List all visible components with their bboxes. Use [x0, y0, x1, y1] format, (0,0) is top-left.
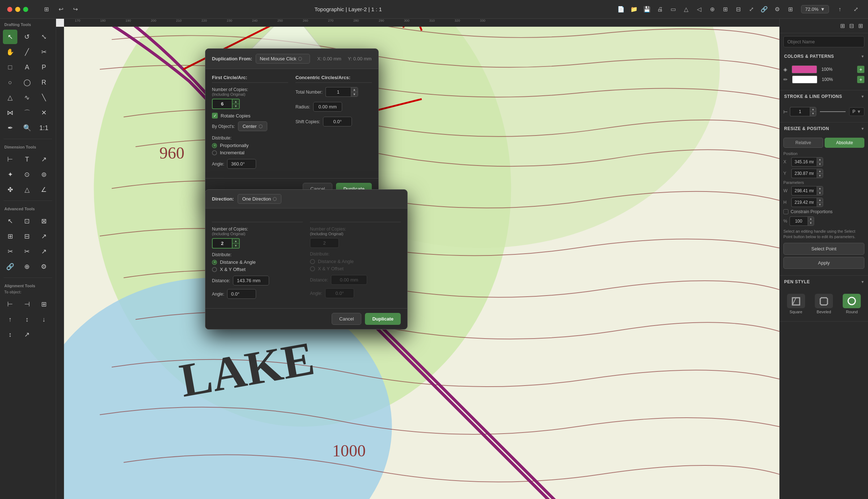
minimize-button[interactable]	[15, 7, 20, 12]
tool-icon-10[interactable]: ⊟	[733, 4, 743, 14]
close-button[interactable]	[7, 7, 12, 12]
select-point-button[interactable]: Select Point	[783, 243, 864, 255]
tool-icon-11[interactable]: ⤢	[746, 4, 756, 14]
stroke-color-swatch[interactable]	[792, 76, 817, 83]
stroke-type-dropdown[interactable]: P ▼	[849, 107, 864, 116]
adv-h[interactable]: ✂	[20, 244, 34, 259]
constrain-checkbox[interactable]	[783, 209, 788, 214]
absolute-toggle[interactable]: Absolute	[825, 138, 864, 148]
copies-up-btn[interactable]: ▲	[233, 99, 239, 104]
w-input[interactable]	[791, 186, 817, 195]
d2-xy-offset-row[interactable]: X & Y Offset	[212, 267, 303, 272]
crop-tool[interactable]: ⤡	[37, 30, 51, 44]
share-icon[interactable]: ↑	[835, 4, 845, 14]
direction-dropdown[interactable]: One Direction ⬡	[238, 194, 281, 204]
radius-input[interactable]	[313, 102, 342, 112]
proportionally-row[interactable]: Proportionally	[212, 143, 288, 148]
dim-h-tool[interactable]: ⊢	[3, 152, 17, 167]
apply-button[interactable]: Apply	[783, 257, 864, 269]
scissors-tool[interactable]: ✂	[37, 45, 51, 59]
rotate-copies-checkbox[interactable]: ✓	[212, 113, 218, 119]
x-up-btn[interactable]: ▲	[817, 158, 823, 162]
scale-tool[interactable]: 1:1	[37, 121, 51, 135]
adv-k[interactable]: ⊕	[20, 259, 34, 274]
stroke-line-header[interactable]: STROKE & LINE OPTIONS ▾	[780, 90, 868, 103]
select-tool[interactable]: ↖	[3, 30, 17, 44]
dim-g-tool[interactable]: ∠	[37, 182, 51, 197]
tool-icon-7[interactable]: ◁	[694, 4, 704, 14]
resize-position-header[interactable]: RESIZE & POSITION ▾	[780, 122, 868, 135]
pen-tool[interactable]: ✒	[3, 121, 17, 135]
pen-beveled-option[interactable]: Beveled	[815, 294, 833, 314]
align-f[interactable]: ↓	[37, 312, 51, 327]
dim-b-tool[interactable]: ✦	[3, 167, 17, 182]
incremental-row[interactable]: Incremental	[212, 150, 288, 155]
align-d[interactable]: ↑	[3, 312, 17, 327]
duplication-from-dropdown[interactable]: Next Mouse Click ⬡	[256, 54, 310, 64]
redo-icon[interactable]: ↪	[70, 4, 80, 14]
d2-angle-input[interactable]	[227, 289, 256, 299]
tool-icon-14[interactable]: ⊞	[785, 4, 795, 14]
adv-b[interactable]: ⊡	[20, 214, 34, 228]
pen-square-option[interactable]: Square	[787, 294, 805, 314]
stroke-width-stepper[interactable]: ▲ ▼	[790, 107, 816, 116]
dim-v-tool[interactable]: T	[20, 152, 34, 167]
node-tool[interactable]: ⋈	[3, 106, 17, 120]
d2-copies-down-btn[interactable]: ▼	[233, 244, 239, 248]
p-tool[interactable]: P	[37, 60, 51, 74]
d2-distance-input[interactable]	[233, 276, 269, 285]
y-up-btn[interactable]: ▲	[817, 169, 823, 174]
h-down-btn[interactable]: ▼	[817, 203, 823, 207]
fill-color-swatch[interactable]	[792, 65, 817, 73]
y-position-stepper[interactable]: ▲ ▼	[791, 169, 823, 178]
percent-stepper[interactable]: ▲ ▼	[790, 216, 814, 226]
angle-input[interactable]	[227, 159, 256, 169]
y-down-btn[interactable]: ▼	[817, 174, 823, 178]
incremental-radio[interactable]	[212, 150, 217, 155]
adv-e[interactable]: ⊟	[20, 229, 34, 244]
percent-up-btn[interactable]: ▲	[808, 217, 814, 221]
adv-i[interactable]: ↗	[37, 244, 51, 259]
relative-toggle[interactable]: Relative	[783, 138, 823, 148]
h-up-btn[interactable]: ▲	[817, 198, 823, 203]
adv-f[interactable]: ↗	[37, 229, 51, 244]
copies-down-btn[interactable]: ▼	[233, 104, 239, 108]
pen-style-header[interactable]: PEN STYLE ▾	[780, 276, 868, 288]
copies-input[interactable]	[212, 99, 232, 109]
tool-icon-3[interactable]: 💾	[642, 4, 652, 14]
fullscreen-icon[interactable]: ⤢	[851, 4, 861, 14]
percent-input[interactable]	[790, 216, 808, 226]
dim-d-tool[interactable]: ⊚	[37, 167, 51, 182]
dialog2-cancel-button[interactable]: Cancel	[332, 313, 361, 325]
adv-d[interactable]: ⊞	[3, 229, 17, 244]
dialog2-duplicate-button[interactable]: Duplicate	[365, 313, 401, 325]
filter-icon[interactable]: ⊞	[840, 22, 845, 29]
bezier-tool[interactable]: ⌒	[20, 106, 34, 120]
w-down-btn[interactable]: ▼	[817, 191, 823, 195]
stroke-down-btn[interactable]: ▼	[810, 112, 816, 116]
h-stepper[interactable]: ▲ ▼	[791, 198, 823, 207]
w-up-btn[interactable]: ▲	[817, 186, 823, 191]
adv-c[interactable]: ⊠	[37, 214, 51, 228]
zoom-tool[interactable]: 🔍	[20, 121, 34, 135]
hand-tool[interactable]: ✋	[3, 45, 17, 59]
d2-copies-input[interactable]	[212, 238, 232, 249]
d2-dist-angle-row[interactable]: Distance & Angle	[212, 259, 303, 265]
tool-icon-1[interactable]: 📄	[616, 4, 626, 14]
by-objects-dropdown[interactable]: Center ⬡	[238, 121, 267, 131]
total-number-stepper[interactable]: ▲ ▼	[326, 87, 358, 97]
tool-icon-6[interactable]: △	[681, 4, 691, 14]
shift-copies-input[interactable]	[323, 117, 352, 126]
object-name-input[interactable]	[783, 36, 864, 47]
align-e[interactable]: ↕	[20, 312, 34, 327]
ellipse-tool[interactable]: ◯	[20, 75, 34, 90]
x-position-input[interactable]	[791, 157, 817, 167]
adv-g[interactable]: ✂	[3, 244, 17, 259]
circle-tool[interactable]: ○	[3, 75, 17, 90]
dim-f-tool[interactable]: △	[20, 182, 34, 197]
total-down-btn[interactable]: ▼	[351, 92, 358, 96]
proportionally-radio[interactable]	[212, 143, 217, 148]
text-tool[interactable]: A	[20, 60, 34, 74]
line-tool[interactable]: ╱	[20, 45, 34, 59]
stroke-add-button[interactable]: +	[857, 76, 864, 83]
